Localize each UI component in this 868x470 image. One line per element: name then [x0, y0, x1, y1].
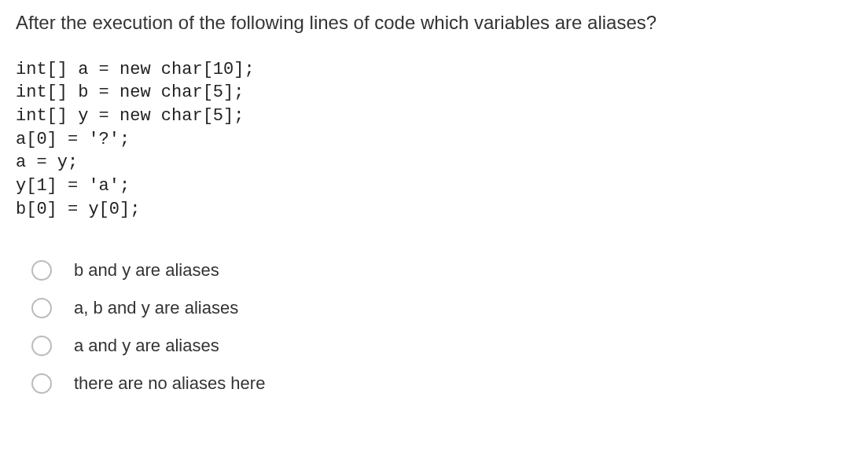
radio-icon[interactable]	[31, 298, 52, 318]
options-container: b and y are aliases a, b and y are alias…	[16, 260, 852, 394]
radio-icon[interactable]	[31, 336, 52, 356]
radio-icon[interactable]	[31, 260, 52, 281]
option-row-2[interactable]: a and y are aliases	[31, 336, 852, 356]
option-row-1[interactable]: a, b and y are aliases	[31, 298, 852, 318]
option-label: a, b and y are aliases	[74, 298, 238, 318]
option-label: there are no aliases here	[74, 373, 265, 394]
radio-icon[interactable]	[31, 373, 52, 394]
option-row-3[interactable]: there are no aliases here	[31, 373, 852, 394]
option-row-0[interactable]: b and y are aliases	[31, 260, 852, 281]
option-label: a and y are aliases	[74, 336, 219, 356]
option-label: b and y are aliases	[74, 260, 219, 281]
code-block: int[] a = new char[10]; int[] b = new ch…	[16, 58, 852, 222]
question-text: After the execution of the following lin…	[16, 9, 852, 36]
